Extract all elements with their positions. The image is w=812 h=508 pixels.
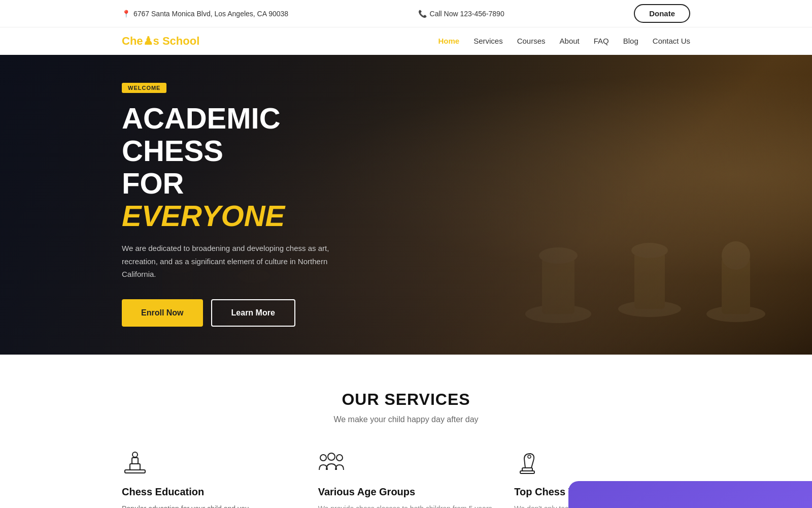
nav-item-home[interactable]: Home [438, 37, 459, 46]
top-bar: 📍 6767 Santa Monica Blvd, Los Angeles, C… [0, 0, 812, 27]
nav-link-home[interactable]: Home [438, 37, 459, 45]
services-heading: OUR SERVICES [122, 390, 690, 409]
svg-point-24 [528, 455, 531, 458]
services-section: OUR SERVICES We make your child happy da… [0, 355, 812, 508]
nav-link-services[interactable]: Services [473, 37, 503, 45]
nav-item-services[interactable]: Services [473, 37, 503, 46]
svg-point-18 [132, 452, 138, 457]
services-subheading: We make your child happy day after day [122, 415, 690, 424]
nav-link-about[interactable]: About [560, 37, 580, 45]
navbar: Che♟s School Home Services Courses About… [0, 27, 812, 55]
phone-section: 📞 Call Now 123-456-7890 [418, 10, 504, 18]
svg-rect-17 [132, 458, 138, 464]
nav-link-faq[interactable]: FAQ [594, 37, 609, 45]
hero-section: WELCOME ACADEMIC CHESS FOR EVERYONE We a… [0, 55, 812, 355]
hero-title-everyone: EVERYONE [122, 199, 285, 232]
hero-content: WELCOME ACADEMIC CHESS FOR EVERYONE We a… [0, 83, 345, 327]
nav-item-courses[interactable]: Courses [517, 37, 546, 46]
svg-rect-23 [522, 468, 532, 471]
hero-title-line1: ACADEMIC CHESS [122, 102, 281, 167]
services-header: OUR SERVICES We make your child happy da… [122, 390, 690, 424]
svg-rect-16 [130, 464, 140, 470]
address-text: 6767 Santa Monica Blvd, Los Angeles, CA … [133, 10, 288, 18]
donate-button[interactable]: Donate [634, 4, 690, 23]
service-subtitle-1: Popular education for your child and you [122, 503, 298, 508]
welcome-badge: WELCOME [122, 83, 166, 93]
hero-title-line2-normal: FOR [122, 167, 184, 200]
age-groups-icon [318, 450, 345, 476]
enroll-now-button[interactable]: Enroll Now [122, 299, 203, 327]
pin-icon: 📍 [122, 10, 130, 18]
address-section: 📍 6767 Santa Monica Blvd, Los Angeles, C… [122, 10, 288, 18]
logo-chess-icon: ♟ [143, 35, 153, 47]
logo-text2: s School [153, 35, 200, 47]
service-card-chess-education: Chess Education Popular education for yo… [122, 450, 298, 508]
nav-link-blog[interactable]: Blog [623, 37, 638, 45]
learn-more-button[interactable]: Learn More [211, 299, 295, 327]
nav-link-contact[interactable]: Contact Us [653, 37, 690, 45]
hero-title: ACADEMIC CHESS FOR EVERYONE [122, 102, 345, 232]
svg-point-20 [328, 453, 335, 460]
nav-item-contact[interactable]: Contact Us [653, 37, 690, 46]
service-title-1: Chess Education [122, 486, 298, 498]
nav-links: Home Services Courses About FAQ Blog Con… [438, 37, 690, 46]
chess-variants-icon [514, 450, 540, 476]
nav-item-blog[interactable]: Blog [623, 37, 638, 46]
nav-item-faq[interactable]: FAQ [594, 37, 609, 46]
svg-point-21 [336, 455, 343, 461]
service-desc-2: We provide chess classes to both childre… [318, 503, 494, 508]
nav-link-courses[interactable]: Courses [517, 37, 546, 45]
hero-buttons: Enroll Now Learn More [122, 299, 345, 327]
service-card-age-groups: Various Age Groups We provide chess clas… [318, 450, 494, 508]
chess-education-icon [122, 450, 148, 476]
phone-text: Call Now 123-456-7890 [430, 10, 504, 18]
visual-editor-overlay: + Visual Editor & SEO Tools [568, 481, 812, 508]
service-title-2: Various Age Groups [318, 486, 494, 498]
nav-item-about[interactable]: About [560, 37, 580, 46]
svg-point-19 [320, 455, 326, 461]
hero-description: We are dedicated to broadening and devel… [122, 242, 335, 281]
phone-icon: 📞 [418, 10, 427, 18]
logo-text1: Che [122, 35, 143, 47]
logo: Che♟s School [122, 35, 199, 48]
